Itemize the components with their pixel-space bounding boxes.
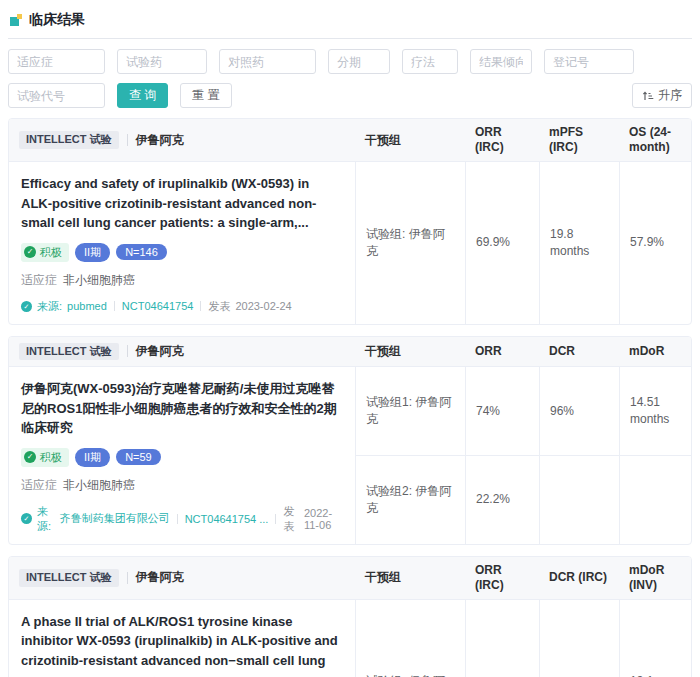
sort-ascending-button[interactable]: 升序 xyxy=(632,83,692,108)
nct-number-link[interactable]: NCT04641754 xyxy=(122,300,194,312)
tag-row: ✓积极 II期 N=146 xyxy=(21,243,343,262)
value-cell-mdor: 14.51 months xyxy=(619,367,691,455)
value-cell-os: 57.9% xyxy=(619,162,691,324)
value-cell-mdor xyxy=(619,456,691,544)
column-header-mpfs: mPFS (IRC) xyxy=(539,119,619,161)
value-cell-mdor: 13.1 months xyxy=(619,600,691,677)
card-1-body: Efficacy and safety of iruplinalkib (WX-… xyxy=(9,162,691,324)
result-card-3: INTELLECT 试验 伊鲁阿克 干预组 ORR (IRC) DCR (IRC… xyxy=(8,556,692,677)
registry-number-filter-input[interactable] xyxy=(544,49,634,74)
card-1-header: INTELLECT 试验 伊鲁阿克 干预组 ORR (IRC) mPFS (IR… xyxy=(9,119,691,162)
header-divider xyxy=(127,134,128,146)
column-header-dcr: DCR xyxy=(539,337,619,367)
column-header-mdor: mDoR xyxy=(619,337,691,367)
value-cell-dcr: 96.6% xyxy=(539,600,619,677)
study-title-link[interactable]: Efficacy and safety of iruplinalkib (WX-… xyxy=(21,174,343,233)
trial-group-cell: 试验组: 伊鲁阿克 xyxy=(355,600,465,677)
drug-name: 伊鲁阿克 xyxy=(136,133,184,148)
section-square-icon xyxy=(10,14,22,26)
source-check-icon: ✓ xyxy=(21,513,32,524)
check-circle-icon: ✓ xyxy=(24,246,36,258)
value-cell-mpfs: 19.8 months xyxy=(539,162,619,324)
trial-code-filter-input[interactable] xyxy=(8,83,105,108)
value-cell-orr: 67.8% xyxy=(465,600,539,677)
indication-filter-input[interactable] xyxy=(8,49,105,74)
column-header-mdor: mDoR (INV) xyxy=(619,557,691,599)
therapy-filter-input[interactable] xyxy=(402,49,458,74)
clinical-results-page: 临床结果 查 询 重 置 升序 INTELLECT 试验 xyxy=(0,0,700,677)
nct-number-link[interactable]: NCT04641754 ... xyxy=(185,513,269,525)
value-cell-orr: 69.9% xyxy=(465,162,539,324)
column-header-intervention: 干预组 xyxy=(355,557,465,599)
result-row: 试验组: 伊鲁阿克 69.9% 19.8 months 57.9% xyxy=(355,162,691,324)
positive-sentiment-badge: ✓积极 xyxy=(21,243,69,262)
trial-drug-filter-input[interactable] xyxy=(117,49,207,74)
drug-name: 伊鲁阿克 xyxy=(136,344,184,359)
sample-size-badge: N=59 xyxy=(116,449,161,465)
phase-badge: II期 xyxy=(75,448,110,467)
drug-name: 伊鲁阿克 xyxy=(136,570,184,585)
source-name-link[interactable]: 齐鲁制药集团有限公司 xyxy=(60,511,170,526)
indication-value: 非小细胞肺癌 xyxy=(63,478,135,492)
value-cell-dcr: 96% xyxy=(539,367,619,455)
value-cell-dcr xyxy=(539,456,619,544)
filter-area: 查 询 重 置 升序 xyxy=(8,39,692,118)
card-3-body: A phase II trial of ALK/ROS1 tyrosine ki… xyxy=(9,600,691,677)
column-header-orr: ORR (IRC) xyxy=(465,557,539,599)
study-title-link[interactable]: A phase II trial of ALK/ROS1 tyrosine ki… xyxy=(21,612,343,677)
control-drug-filter-input[interactable] xyxy=(219,49,316,74)
phase-filter-input[interactable] xyxy=(328,49,390,74)
card-2-header: INTELLECT 试验 伊鲁阿克 干预组 ORR DCR mDoR xyxy=(9,337,691,368)
filter-row-2: 查 询 重 置 升序 xyxy=(8,83,692,108)
result-tendency-filter-input[interactable] xyxy=(470,49,532,74)
column-header-orr: ORR (IRC) xyxy=(465,119,539,161)
column-header-orr: ORR xyxy=(465,337,539,367)
result-card-1: INTELLECT 试验 伊鲁阿克 干预组 ORR (IRC) mPFS (IR… xyxy=(8,118,692,325)
source-row: ✓ 来源: 齐鲁制药集团有限公司 NCT04641754 ... 发表 2022… xyxy=(21,504,343,534)
card-2-body: 伊鲁阿克(WX-0593)治疗克唑替尼耐药/未使用过克唑替尼的ROS1阳性非小细… xyxy=(9,367,691,544)
publish-date: 2023-02-24 xyxy=(235,300,291,312)
phase-badge: II期 xyxy=(75,243,110,262)
header-divider xyxy=(127,572,128,584)
result-row: 试验组: 伊鲁阿克 67.8% 96.6% 13.1 months xyxy=(355,600,691,677)
indication-value: 非小细胞肺癌 xyxy=(63,273,135,287)
sort-ascending-icon xyxy=(642,90,654,102)
trial-group-cell: 试验组1: 伊鲁阿克 xyxy=(355,367,465,455)
source-row: ✓ 来源: pubmed NCT04641754 发表 2023-02-24 xyxy=(21,299,343,314)
study-title-link[interactable]: 伊鲁阿克(WX-0593)治疗克唑替尼耐药/未使用过克唑替尼的ROS1阳性非小细… xyxy=(21,379,343,438)
value-cell-orr: 22.2% xyxy=(465,456,539,544)
result-row: 试验组1: 伊鲁阿克 74% 96% 14.51 months xyxy=(355,367,691,455)
column-header-intervention: 干预组 xyxy=(355,337,465,367)
indication-row: 适应症非小细胞肺癌 xyxy=(21,272,343,289)
value-cell-orr: 74% xyxy=(465,367,539,455)
header-divider xyxy=(127,345,128,357)
column-header-os: OS (24-month) xyxy=(619,119,691,161)
indication-row: 适应症非小细胞肺癌 xyxy=(21,477,343,494)
source-name-link[interactable]: pubmed xyxy=(67,300,107,312)
positive-sentiment-badge: ✓积极 xyxy=(21,448,69,467)
trial-group-cell: 试验组: 伊鲁阿克 xyxy=(355,162,465,324)
card-3-header: INTELLECT 试验 伊鲁阿克 干预组 ORR (IRC) DCR (IRC… xyxy=(9,557,691,600)
page-title: 临床结果 xyxy=(29,11,85,29)
check-circle-icon: ✓ xyxy=(24,451,36,463)
intellect-trial-badge: INTELLECT 试验 xyxy=(19,131,119,149)
intellect-trial-badge: INTELLECT 试验 xyxy=(19,343,119,361)
page-title-bar: 临床结果 xyxy=(8,6,692,39)
source-check-icon: ✓ xyxy=(21,301,32,312)
sample-size-badge: N=146 xyxy=(116,244,167,260)
result-card-2: INTELLECT 试验 伊鲁阿克 干预组 ORR DCR mDoR 伊鲁阿克(… xyxy=(8,336,692,545)
reset-button[interactable]: 重 置 xyxy=(180,83,231,108)
search-button[interactable]: 查 询 xyxy=(117,83,168,108)
result-row: 试验组2: 伊鲁阿克 22.2% xyxy=(355,455,691,544)
filter-row-1 xyxy=(8,49,692,74)
publish-date: 2022-11-06 xyxy=(304,507,343,531)
intellect-trial-badge: INTELLECT 试验 xyxy=(19,569,119,587)
tag-row: ✓积极 II期 N=59 xyxy=(21,448,343,467)
trial-group-cell: 试验组2: 伊鲁阿克 xyxy=(355,456,465,544)
sort-label: 升序 xyxy=(658,87,682,104)
column-header-intervention: 干预组 xyxy=(355,119,465,161)
column-header-dcr: DCR (IRC) xyxy=(539,557,619,599)
